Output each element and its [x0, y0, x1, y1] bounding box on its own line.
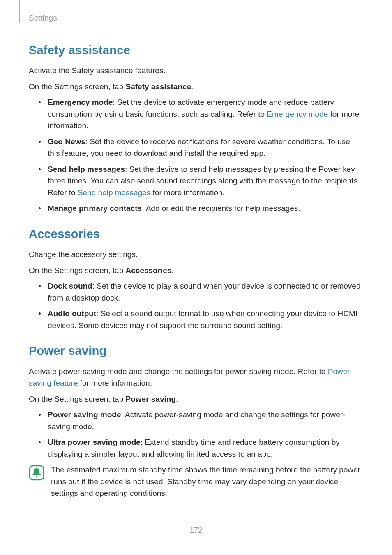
list-item: Ultra power saving mode: Extend standby … [41, 437, 363, 460]
text: for more information. [78, 379, 152, 387]
text: On the Settings screen, tap [29, 395, 126, 403]
list-item: Audio output: Select a sound output form… [41, 308, 363, 331]
section-title-accessories: Accessories [29, 225, 363, 243]
item-label: Ultra power saving mode [48, 438, 141, 446]
text: : Set the device to receive notification… [48, 137, 350, 158]
breadcrumb: Settings [29, 12, 363, 24]
item-label: Audio output [48, 309, 96, 318]
text: On the Settings screen, tap [29, 82, 126, 91]
text: On the Settings screen, tap [29, 266, 126, 275]
safety-list: Emergency mode: Set the device to activa… [29, 97, 363, 215]
text: . [176, 395, 178, 403]
item-label: Dock sound [48, 282, 92, 290]
text: . [172, 266, 174, 275]
nav-bold: Accessories [126, 266, 172, 275]
text: Activate power-saving mode and change th… [29, 367, 328, 376]
power-intro: Activate power-saving mode and change th… [29, 366, 363, 389]
item-label: Geo News [48, 137, 85, 146]
text: : Set the device to play a sound when yo… [48, 282, 360, 302]
text: : Add or edit the recipients for help me… [142, 204, 300, 213]
safety-intro: Activate the Safety assistance features. [29, 65, 363, 77]
list-item: Emergency mode: Set the device to activa… [41, 97, 363, 132]
list-item: Dock sound: Set the device to play a sou… [41, 280, 363, 304]
nav-bold: Safety assistance [126, 82, 191, 91]
list-item: Send help messages: Set the device to se… [41, 164, 363, 199]
link-send-help-messages[interactable]: Send help messages [78, 188, 150, 197]
list-item: Manage primary contacts: Add or edit the… [41, 203, 363, 215]
bell-icon [29, 465, 44, 484]
safety-nav: On the Settings screen, tap Safety assis… [29, 81, 363, 93]
note-text: The estimated maximum standby time shows… [51, 464, 363, 500]
list-item: Power saving mode: Activate power-saving… [41, 409, 363, 432]
power-list: Power saving mode: Activate power-saving… [29, 409, 363, 460]
page-number: 172 [0, 525, 392, 536]
list-item: Geo News: Set the device to receive noti… [41, 136, 363, 160]
text: for more information. [150, 188, 225, 197]
item-label: Power saving mode [48, 410, 121, 419]
text: . [191, 82, 193, 91]
accessories-list: Dock sound: Set the device to play a sou… [29, 280, 363, 331]
item-label: Emergency mode [48, 98, 113, 106]
accessories-nav: On the Settings screen, tap Accessories. [29, 265, 363, 277]
link-emergency-mode[interactable]: Emergency mode [267, 110, 328, 118]
item-label: Manage primary contacts [48, 204, 142, 213]
section-title-safety: Safety assistance [29, 42, 363, 60]
nav-bold: Power saving [126, 395, 176, 403]
section-title-power: Power saving [29, 342, 363, 360]
power-nav: On the Settings screen, tap Power saving… [29, 393, 363, 405]
note: The estimated maximum standby time shows… [29, 464, 363, 500]
item-label: Send help messages [48, 165, 125, 173]
header-rule [19, 0, 20, 23]
accessories-intro: Change the accessory settings. [29, 249, 363, 261]
